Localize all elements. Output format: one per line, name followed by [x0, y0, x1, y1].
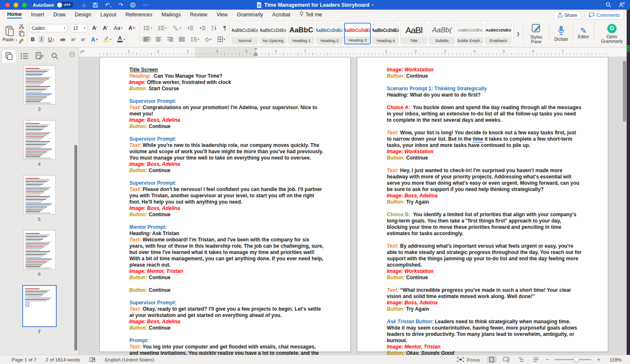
page-indicator[interactable]: Page 1 of 7: [12, 357, 37, 362]
language-indicator[interactable]: English (United States): [105, 357, 155, 362]
close-window-button[interactable]: [5, 3, 10, 8]
shrink-font-button[interactable]: Aˇ: [101, 24, 110, 31]
tab-grammarly[interactable]: Grammarly: [232, 10, 268, 20]
minimize-window-button[interactable]: [13, 3, 18, 8]
review-tab[interactable]: [32, 49, 47, 63]
tab-tell-me[interactable]: Tell me: [295, 10, 327, 20]
sidebar-scrollbar[interactable]: [74, 145, 77, 351]
underline-button[interactable]: U▾: [47, 36, 56, 43]
change-case-button[interactable]: Aa▾: [112, 25, 124, 31]
style-subtle-emph-[interactable]: AaBbCcDdEeSubtle Emph...: [457, 23, 483, 45]
copy-icon[interactable]: [19, 31, 24, 37]
page-thumbnail-6[interactable]: [23, 230, 56, 270]
styles-pane-button[interactable]: Styles Pane: [525, 24, 547, 44]
comments-button[interactable]: Comments: [585, 11, 624, 19]
gallery-expand-icon[interactable]: ❯: [515, 31, 520, 36]
shading-button[interactable]: ◇▾: [204, 36, 213, 43]
align-center-button[interactable]: [154, 37, 163, 42]
page-thumbnail-4[interactable]: [23, 120, 56, 160]
zoom-slider-thumb[interactable]: [574, 357, 579, 362]
font-name-select[interactable]: Calibri▾: [29, 24, 68, 32]
strikethrough-button[interactable]: ab: [58, 37, 67, 42]
multilevel-list-button[interactable]: ▾: [171, 25, 183, 31]
bullets-button[interactable]: ▾: [142, 25, 154, 31]
numbering-button[interactable]: ▾: [157, 25, 169, 31]
share-button[interactable]: Share: [554, 11, 582, 19]
zoom-percentage[interactable]: 118%: [606, 357, 622, 362]
highlight-button[interactable]: ▾: [102, 36, 113, 43]
grow-font-button[interactable]: Aˆ: [90, 24, 99, 31]
italic-button[interactable]: I: [39, 36, 44, 43]
headings-tab[interactable]: [17, 49, 32, 63]
justify-button[interactable]: [177, 37, 186, 42]
align-right-button[interactable]: [165, 37, 175, 42]
font-color-button[interactable]: A▾: [116, 36, 127, 43]
decrease-indent-button[interactable]: [186, 25, 195, 31]
save-icon[interactable]: [93, 3, 98, 8]
format-painter-icon[interactable]: [18, 38, 24, 44]
thumbnails-tab[interactable]: [2, 49, 17, 63]
tab-home[interactable]: Home: [3, 10, 26, 20]
autosave-control[interactable]: AutoSave OFF: [33, 2, 73, 8]
zoom-in-button[interactable]: +: [597, 356, 600, 363]
style-heading-2[interactable]: AaBbCcDdEeHeading 2: [316, 23, 343, 45]
tab-selector-icon[interactable]: [80, 49, 85, 56]
clear-formatting-button[interactable]: A✎: [127, 25, 137, 31]
style-subtitle[interactable]: AaBb(Subtitle: [428, 23, 455, 45]
tab-review[interactable]: Review: [185, 10, 212, 20]
style-heading-4[interactable]: AaBbCcDdEeHeading 4: [372, 23, 399, 45]
focus-button[interactable]: Focus: [457, 357, 480, 362]
word-count[interactable]: 2 of 1814 words: [46, 357, 80, 362]
font-size-select[interactable]: 12▾: [70, 24, 88, 32]
cut-icon[interactable]: [18, 24, 24, 29]
find-tab[interactable]: [47, 49, 62, 63]
superscript-button[interactable]: x2: [79, 37, 87, 42]
style-normal[interactable]: AaBbCcDdEeNormal: [231, 23, 258, 45]
search-icon[interactable]: [606, 2, 611, 8]
indent-markers[interactable]: [254, 48, 257, 56]
autosave-toggle[interactable]: OFF: [57, 2, 74, 8]
style-title[interactable]: AaBlTitle: [400, 23, 427, 45]
borders-button[interactable]: ▾: [216, 36, 227, 42]
show-paragraph-marks-button[interactable]: ¶: [222, 25, 228, 31]
tab-draw[interactable]: Draw: [49, 10, 70, 20]
print-layout-view-button[interactable]: [487, 356, 496, 363]
paste-button[interactable]: Paste▾: [3, 26, 17, 42]
title-chevron-icon[interactable]: ▾: [372, 3, 374, 7]
proofing-status-icon[interactable]: [89, 357, 96, 362]
increase-indent-button[interactable]: [198, 25, 207, 31]
redo-button[interactable]: ↷: [118, 2, 123, 8]
page-thumbnail-5[interactable]: [23, 175, 56, 215]
tab-acrobat[interactable]: Acrobat: [268, 10, 295, 20]
tab-layout[interactable]: Layout: [96, 10, 121, 20]
close-sidebar-icon[interactable]: [69, 51, 75, 59]
dictate-button[interactable]: Dictate: [552, 26, 571, 42]
page-thumbnail-7[interactable]: [22, 285, 57, 327]
tab-design[interactable]: Design: [70, 10, 96, 20]
tab-mailings[interactable]: Mailings: [157, 10, 186, 20]
tab-view[interactable]: View: [212, 10, 232, 20]
page-thumbnail-3[interactable]: [23, 65, 56, 105]
share-user-icon[interactable]: [619, 2, 625, 8]
undo-button[interactable]: ↶▾: [105, 2, 111, 8]
open-grammarly-button[interactable]: G Open Grammarly: [596, 24, 627, 44]
draft-view-button[interactable]: [531, 356, 541, 363]
style-emphasis[interactable]: AaBbCcDdEeEmphasis: [485, 23, 512, 45]
document-title-area[interactable]: Time Management for Leaders Storyboard ▾: [257, 2, 373, 8]
align-left-button[interactable]: [142, 37, 151, 42]
outline-view-button[interactable]: [517, 356, 526, 363]
zoom-window-button[interactable]: [22, 3, 27, 8]
editor-button[interactable]: ✎ Editor: [575, 29, 591, 39]
zoom-slider[interactable]: [554, 359, 591, 360]
sort-button[interactable]: AZ: [210, 25, 219, 31]
style-heading-3[interactable]: AaBbCcDdEeHeading 3: [344, 23, 371, 45]
more-commands-icon[interactable]: ⋯: [143, 2, 148, 8]
text-effects-button[interactable]: A▾: [89, 36, 100, 43]
document-scrollbar[interactable]: [623, 61, 626, 122]
style-heading-1[interactable]: AaBbCHeading 1: [288, 23, 315, 45]
tab-insert[interactable]: Insert: [26, 10, 49, 20]
tab-references[interactable]: References: [121, 10, 157, 20]
bold-button[interactable]: B: [29, 36, 36, 43]
home-icon[interactable]: ⌂: [82, 2, 86, 8]
zoom-out-button[interactable]: −: [546, 356, 549, 363]
